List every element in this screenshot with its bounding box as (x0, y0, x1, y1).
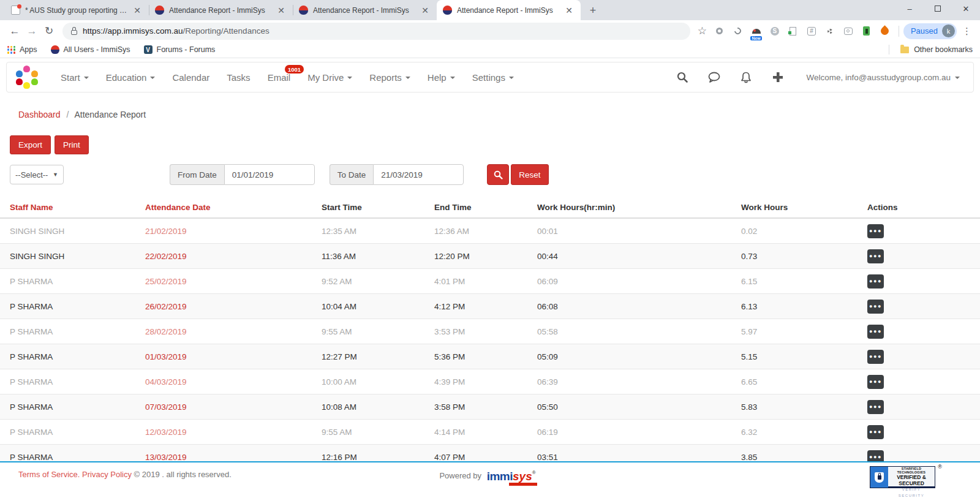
browser-tab[interactable]: Attendance Report - ImmiSys ✕ (149, 0, 293, 20)
cell-attendance-date[interactable]: 12/03/2019 (135, 420, 312, 445)
new-tab-button[interactable]: + (584, 2, 601, 19)
nav-item-settings[interactable]: Settings (464, 62, 522, 92)
cell-work-hours-hrmin: 06:08 (527, 294, 731, 319)
nav-item-email[interactable]: Email 1001 (259, 62, 300, 92)
minimize-button[interactable]: – (895, 0, 924, 17)
notifications-bell-icon[interactable] (730, 71, 762, 84)
row-actions-button[interactable]: ●●● (867, 425, 884, 439)
row-actions-button[interactable]: ●●● (867, 249, 884, 263)
gear-extension-icon[interactable] (823, 24, 837, 38)
feather-extension-icon[interactable] (878, 24, 892, 38)
toolbar-separator (899, 26, 899, 37)
back-button[interactable]: ← (6, 23, 23, 40)
bookmark-item[interactable]: V Forums - Forums (144, 45, 216, 54)
cell-staff-name: SINGH SINGH (0, 244, 135, 269)
column-header-staff-name[interactable]: Staff Name (0, 197, 135, 218)
cell-end-time: 4:01 PM (424, 269, 527, 294)
nav-item-calendar[interactable]: Calendar (164, 62, 218, 92)
nav-item-reports[interactable]: Reports (361, 62, 419, 92)
from-date-input[interactable] (224, 164, 315, 185)
grid-extension-icon[interactable]: # (804, 24, 818, 38)
nav-item-label: Start (61, 72, 80, 83)
reset-button[interactable]: Reset (511, 164, 548, 185)
restore-button[interactable] (924, 0, 952, 17)
cell-staff-name: SINGH SINGH (0, 218, 135, 244)
tab-close-icon[interactable]: ✕ (564, 6, 575, 15)
table-row: P SHARMA28/02/20199:55 AM3:53 PM05:585.9… (0, 319, 980, 344)
tab-close-icon[interactable]: ✕ (276, 6, 287, 15)
cell-attendance-date[interactable]: 07/03/2019 (135, 394, 312, 420)
cell-attendance-date[interactable]: 04/03/2019 (135, 369, 312, 394)
row-actions-button[interactable]: ●●● (867, 274, 884, 289)
tab-title: Attendance Report - ImmiSys (313, 6, 415, 15)
tab-close-icon[interactable]: ✕ (420, 6, 431, 15)
cell-staff-name: P SHARMA (0, 319, 135, 344)
cell-actions: ●●● (858, 218, 980, 244)
circle-extension-icon[interactable] (712, 24, 726, 38)
verified-secured-seal[interactable]: STARFIELD TECHNOLOGIES VERIFIED & SECURE… (870, 466, 935, 488)
to-date-input[interactable] (373, 164, 464, 185)
aus-study-group-logo[interactable] (15, 66, 39, 89)
nav-item-tasks[interactable]: Tasks (218, 62, 258, 92)
chat-icon[interactable] (698, 71, 730, 83)
account-menu[interactable]: Welcome, info@ausstudygroup.com.au (794, 73, 965, 82)
nav-item-education[interactable]: Education (97, 62, 164, 92)
cell-attendance-date[interactable]: 01/03/2019 (135, 344, 312, 369)
recycle-extension-icon[interactable] (731, 24, 745, 38)
speedtest-extension-icon[interactable]: New (749, 24, 763, 38)
nav-item-help[interactable]: Help (419, 62, 464, 92)
cell-start-time: 9:52 AM (312, 269, 424, 294)
reload-button[interactable]: ↻ (40, 23, 58, 40)
search-icon[interactable] (666, 71, 698, 83)
row-actions-button[interactable]: ●●● (867, 400, 884, 414)
close-window-button[interactable]: ✕ (952, 0, 980, 17)
add-plus-icon[interactable] (762, 71, 794, 83)
row-actions-button[interactable]: ●●● (867, 350, 884, 364)
row-actions-button[interactable]: ●●● (867, 325, 884, 339)
nav-item-my-drive[interactable]: My Drive (299, 62, 361, 92)
chevron-down-icon (150, 77, 155, 79)
filter-bar: --Select-- ▼ From Date To Date Reset (10, 164, 970, 185)
nav-item-start[interactable]: Start (52, 62, 97, 92)
other-bookmarks[interactable]: Other bookmarks (914, 45, 973, 54)
forward-button[interactable]: → (23, 23, 40, 40)
cell-actions: ●●● (858, 420, 980, 445)
row-actions-button[interactable]: ●●● (867, 224, 884, 238)
bookmark-item[interactable]: All Users - ImmiSys (51, 45, 130, 54)
camera-extension-icon[interactable] (841, 24, 855, 38)
sync-paused-pill[interactable]: Paused k (903, 23, 957, 39)
cell-attendance-date[interactable]: 28/02/2019 (135, 319, 312, 344)
export-button[interactable]: Export (10, 135, 51, 154)
welcome-label: Welcome, info@ausstudygroup.com.au (806, 73, 951, 82)
cell-end-time: 12:36 AM (424, 218, 527, 244)
cell-attendance-date[interactable]: 26/02/2019 (135, 294, 312, 319)
cell-end-time: 4:14 PM (424, 420, 527, 445)
chevron-down-icon: ▼ (53, 172, 58, 178)
skype-extension-icon[interactable]: S (767, 24, 782, 38)
cell-staff-name: P SHARMA (0, 420, 135, 445)
address-bar[interactable]: https://app.immisys.com.au/Reporting/Att… (62, 23, 690, 40)
cell-attendance-date[interactable]: 21/02/2019 (135, 218, 312, 244)
column-header-attendance-date[interactable]: Attendance Date (135, 197, 312, 218)
row-actions-button[interactable]: ●●● (867, 375, 884, 389)
cell-work-hours: 6.32 (731, 420, 858, 445)
cell-attendance-date[interactable]: 22/02/2019 (135, 244, 312, 269)
print-button[interactable]: Print (55, 135, 89, 154)
browser-tab[interactable]: Attendance Report - ImmiSys ✕ (293, 0, 437, 20)
browser-tab[interactable]: Attendance Report - ImmiSys ✕ (437, 0, 581, 20)
browser-menu-icon[interactable]: ⋮ (962, 29, 971, 32)
browser-tab[interactable]: * AUS Study group reporting tha ✕ (5, 0, 149, 20)
cell-attendance-date[interactable]: 25/02/2019 (135, 269, 312, 294)
tab-close-icon[interactable]: ✕ (132, 6, 143, 15)
bookmark-star-icon[interactable]: ☆ (698, 25, 707, 37)
phone-extension-icon[interactable] (859, 24, 873, 38)
search-submit-button[interactable] (487, 164, 509, 185)
staff-select-dropdown[interactable]: --Select-- ▼ (10, 165, 64, 184)
row-actions-button[interactable]: ●●● (867, 300, 884, 314)
avatar[interactable]: k (942, 25, 955, 37)
breadcrumb-dashboard-link[interactable]: Dashboard (18, 110, 61, 119)
cell-work-hours: 0.02 (731, 218, 858, 244)
document-extension-icon[interactable] (786, 24, 800, 38)
cell-work-hours-hrmin: 06:19 (527, 420, 731, 445)
apps-shortcut[interactable]: Apps (7, 45, 37, 54)
